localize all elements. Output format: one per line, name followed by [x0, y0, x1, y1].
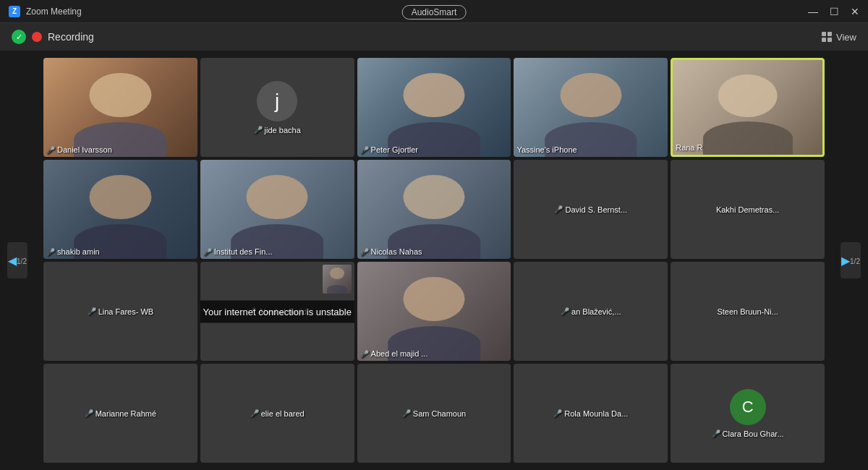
participant-name-blazevic: 🎤 an Blažević,...: [561, 307, 621, 316]
participant-tile-shakib: 🎤 shakib amin: [43, 160, 197, 259]
participant-name-sam: 🎤 Sam Chamoun: [402, 409, 466, 418]
participant-tile-marianne: 🎤 Marianne Rahmé: [43, 364, 197, 463]
mute-icon-elie: 🎤: [250, 409, 259, 417]
participant-name-institut: 🎤 Institut des Fin...: [203, 247, 273, 256]
next-page-button[interactable]: ▶ 1/2: [841, 242, 861, 278]
audiosmart-badge-container: AudioSmart: [402, 5, 467, 18]
mute-icon-sam: 🎤: [402, 409, 411, 417]
mute-icon-blazevic: 🎤: [561, 307, 569, 315]
recording-dot-icon: [32, 32, 42, 42]
mute-icon-daniel: 🎤: [46, 146, 55, 154]
video-row-2: 🎤 shakib amin 🎤 Institut des Fin...: [43, 160, 825, 259]
maximize-button[interactable]: ☐: [830, 7, 839, 17]
security-shield-icon: ✓: [12, 30, 26, 44]
participant-tile-david: 🎤 David S. Bernst...: [514, 160, 668, 259]
view-label: View: [836, 32, 856, 43]
video-row-4: 🎤 Marianne Rahmé 🎤 elie el bared 🎤 Sam C…: [43, 364, 825, 463]
participant-tile-abed-video: 🎤 Abed el majid ...: [357, 262, 511, 361]
participant-tile-lina: 🎤 Lina Fares- WB: [43, 262, 197, 361]
mute-icon-shakib: 🎤: [46, 248, 55, 256]
participant-name-jide: 🎤 jide bacha: [254, 126, 301, 134]
participant-tile-rana: Rana R: [671, 58, 825, 157]
mute-icon-marianne: 🎤: [85, 409, 93, 417]
avatar-jide: j: [257, 81, 297, 121]
left-arrow-icon: ◀: [8, 254, 17, 268]
title-bar: Z Zoom Meeting AudioSmart — ☐ ✕: [0, 0, 868, 23]
mute-icon-rola: 🎤: [553, 409, 562, 417]
right-arrow-icon: ▶: [841, 254, 850, 268]
participant-tile-rola: 🎤 Rola Mounla Da...: [514, 364, 668, 463]
mute-icon-jide: 🎤: [254, 126, 263, 134]
participant-name-lina: 🎤 Lina Fares- WB: [88, 307, 153, 316]
page-indicator-left: 1/2: [17, 257, 27, 265]
participant-tile-abed-main: 🎤 Abed el majid Your internet connection…: [200, 262, 354, 361]
minimize-button[interactable]: —: [808, 7, 818, 17]
recording-label: Recording: [48, 31, 94, 43]
grid-view-icon: [822, 32, 832, 42]
participant-name-steen: Steen Bruun-Ni...: [717, 307, 778, 316]
mute-icon-peter: 🎤: [360, 146, 369, 154]
participant-name-elie: 🎤 elie el bared: [250, 409, 305, 418]
app-title: Zoom Meeting: [26, 7, 82, 17]
mute-icon-abed: 🎤: [247, 307, 256, 315]
prev-page-button[interactable]: ◀ 1/2: [7, 242, 27, 278]
participant-tile-daniel: 🎤 Daniel Ivarsson: [43, 58, 197, 157]
participant-name-marianne: 🎤 Marianne Rahmé: [85, 409, 156, 418]
participant-tile-peter: 🎤 Peter Gjortler: [357, 58, 511, 157]
participant-tile-nicolas: 🎤 Nicolas Nahas: [357, 160, 511, 259]
participant-name-peter: 🎤 Peter Gjortler: [360, 145, 418, 154]
participant-tile-sam: 🎤 Sam Chamoun: [357, 364, 511, 463]
avatar-clara: C: [730, 389, 766, 425]
participant-tile-institut: 🎤 Institut des Fin...: [200, 160, 354, 259]
participant-name-yassine: Yassine's iPhone: [516, 145, 576, 154]
mute-icon-abed-video: 🎤: [360, 350, 369, 358]
zoom-logo-icon: Z: [9, 6, 20, 17]
participant-tile-yassine: Yassine's iPhone: [514, 58, 668, 157]
audiosmart-badge: AudioSmart: [402, 5, 467, 20]
video-row-3: 🎤 Lina Fares- WB 🎤 Abed el majid: [43, 262, 825, 361]
participant-name-david: 🎤 David S. Bernst...: [554, 205, 627, 214]
view-button[interactable]: View: [822, 32, 856, 43]
page-indicator-right: 1/2: [850, 257, 860, 265]
meeting-area: ◀ 1/2 ▶ 1/2 🎤 Daniel Ivarsson j: [0, 51, 868, 470]
title-bar-left: Z Zoom Meeting: [9, 6, 82, 17]
participant-name-nicolas: 🎤 Nicolas Nahas: [360, 247, 422, 256]
recording-bar: ✓ Recording View: [0, 23, 868, 51]
participant-name-daniel: 🎤 Daniel Ivarsson: [46, 145, 112, 154]
close-button[interactable]: ✕: [851, 7, 859, 17]
abed-small-video: [323, 265, 352, 294]
participant-name-clara: 🎤 Clara Bou Ghar...: [712, 430, 784, 438]
mute-icon-nicolas: 🎤: [360, 248, 369, 256]
participant-tile-clara: C 🎤 Clara Bou Ghar...: [671, 364, 825, 463]
participant-name-abed-video: 🎤 Abed el majid ...: [360, 349, 428, 358]
participant-name-kakhi: Kakhi Demetras...: [716, 205, 779, 214]
window-controls[interactable]: — ☐ ✕: [808, 7, 859, 17]
mute-icon-clara: 🎤: [712, 430, 720, 437]
participant-name-shakib: 🎤 shakib amin: [46, 247, 100, 256]
participant-tile-kakhi: Kakhi Demetras...: [671, 160, 825, 259]
mute-icon-david: 🎤: [554, 205, 563, 213]
participant-tile-blazevic: 🎤 an Blažević,...: [514, 262, 668, 361]
video-row-1: 🎤 Daniel Ivarsson j 🎤 jide bacha: [43, 58, 825, 157]
mute-icon-institut: 🎤: [203, 248, 212, 256]
participant-name-rola: 🎤 Rola Mounla Da...: [553, 409, 628, 418]
recording-status: ✓ Recording: [12, 30, 94, 44]
participant-name-rana: Rana R: [676, 143, 702, 152]
participant-tile-elie: 🎤 elie el bared: [200, 364, 354, 463]
participant-tile-jide: j 🎤 jide bacha: [200, 58, 354, 157]
mute-icon-lina: 🎤: [88, 307, 96, 315]
participant-name-abed-main: 🎤 Abed el majid: [247, 307, 307, 316]
participant-tile-steen: Steen Bruun-Ni...: [671, 262, 825, 361]
